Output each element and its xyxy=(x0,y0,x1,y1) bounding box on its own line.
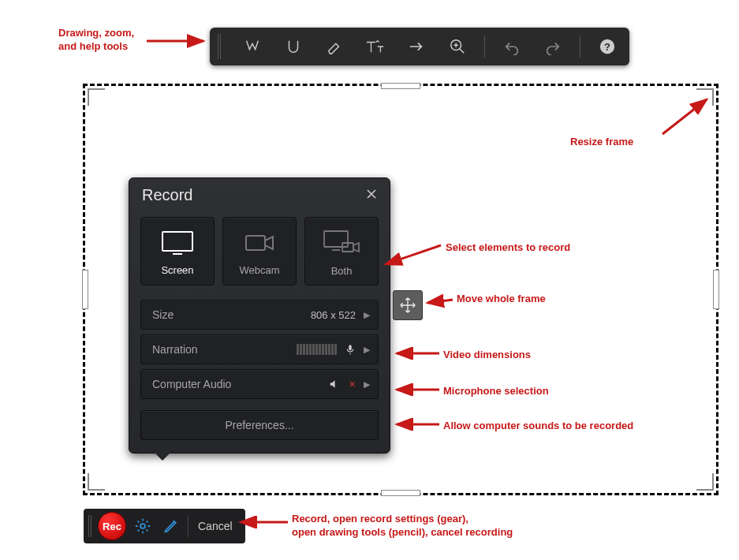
gear-icon[interactable] xyxy=(131,514,155,538)
preferences-label: Preferences... xyxy=(225,419,293,431)
speaker-icon xyxy=(328,379,341,390)
annotation-dims: Video dimensions xyxy=(443,349,531,362)
resize-edge-bottom[interactable] xyxy=(381,490,420,496)
microphone-icon xyxy=(345,344,356,355)
close-icon[interactable] xyxy=(366,189,377,203)
chevron-right-icon: ▶ xyxy=(364,345,370,355)
size-label: Size xyxy=(152,308,174,321)
annotation-bottom: Record, open record settings (gear), ope… xyxy=(292,513,513,539)
chevron-right-icon: ▶ xyxy=(364,379,370,390)
cancel-button[interactable]: Cancel xyxy=(188,515,242,537)
toolbar-divider xyxy=(484,35,485,58)
chevron-right-icon: ▶ xyxy=(364,310,370,320)
source-screen-button[interactable]: Screen xyxy=(140,217,215,286)
record-control-bar: Rec Cancel xyxy=(84,509,245,543)
panel-pointer xyxy=(155,453,170,461)
redo-icon[interactable] xyxy=(539,32,567,61)
size-row[interactable]: Size 806 x 522 ▶ xyxy=(140,300,379,330)
annotation-computer-audio: Allow computer sounds to be recorded xyxy=(443,420,633,433)
record-source-row: Screen Webcam Both xyxy=(129,212,390,295)
cancel-button-label: Cancel xyxy=(198,520,233,532)
freehand-pen-icon[interactable] xyxy=(238,32,267,61)
svg-rect-7 xyxy=(246,236,265,250)
annotation-mic: Microphone selection xyxy=(443,385,549,398)
pencil-icon[interactable] xyxy=(159,514,183,538)
resize-edge-top[interactable] xyxy=(381,83,420,89)
svg-text:?: ? xyxy=(604,41,610,53)
undo-icon[interactable] xyxy=(498,32,526,61)
computer-audio-row[interactable]: Computer Audio ✕ ▶ xyxy=(140,369,379,399)
source-webcam-label: Webcam xyxy=(239,264,279,276)
zoom-in-icon[interactable] xyxy=(443,32,472,61)
narration-row[interactable]: Narration ▶ xyxy=(140,334,379,364)
annotation-move: Move whole frame xyxy=(457,293,546,306)
toolbar-divider xyxy=(580,35,580,58)
resize-corner-tl[interactable] xyxy=(88,88,105,106)
highlighter-icon[interactable] xyxy=(279,32,308,61)
computer-audio-label: Computer Audio xyxy=(152,378,231,390)
narration-label: Narration xyxy=(152,343,198,356)
source-webcam-button[interactable]: Webcam xyxy=(222,217,297,286)
record-button-label: Rec xyxy=(103,521,121,532)
eraser-icon[interactable] xyxy=(320,32,349,61)
resize-corner-tr[interactable] xyxy=(696,88,714,106)
preferences-button[interactable]: Preferences... xyxy=(140,410,379,440)
resize-edge-right[interactable] xyxy=(713,270,719,309)
muted-x-icon: ✕ xyxy=(349,379,356,390)
resize-corner-br[interactable] xyxy=(696,473,714,491)
annotation-resize: Resize frame xyxy=(570,136,633,149)
arrow-tool-icon[interactable] xyxy=(402,32,431,61)
source-both-button[interactable]: Both xyxy=(304,217,379,286)
bottom-bar-grip[interactable] xyxy=(88,515,93,537)
svg-point-16 xyxy=(140,524,145,528)
svg-rect-5 xyxy=(162,232,192,251)
record-panel: Record Screen Webcam Both Size 806 x 522… xyxy=(129,177,390,454)
toolbar-grip[interactable] xyxy=(218,34,222,59)
resize-corner-bl[interactable] xyxy=(88,473,105,491)
size-value: 806 x 522 xyxy=(311,309,356,321)
resize-edge-left[interactable] xyxy=(82,270,88,309)
record-button[interactable]: Rec xyxy=(98,512,126,540)
annotation-tools: Drawing, zoom, and help tools xyxy=(58,27,134,54)
annotation-select: Select elements to record xyxy=(446,241,570,255)
move-frame-handle[interactable] xyxy=(393,290,423,320)
help-icon[interactable]: ? xyxy=(593,32,621,61)
panel-title: Record xyxy=(142,186,192,204)
audio-level-meter xyxy=(297,344,337,355)
source-screen-label: Screen xyxy=(161,264,193,276)
drawing-toolbar: ? xyxy=(210,28,629,65)
svg-rect-8 xyxy=(324,231,348,247)
text-tool-icon[interactable] xyxy=(361,32,390,61)
source-both-label: Both xyxy=(331,265,353,277)
